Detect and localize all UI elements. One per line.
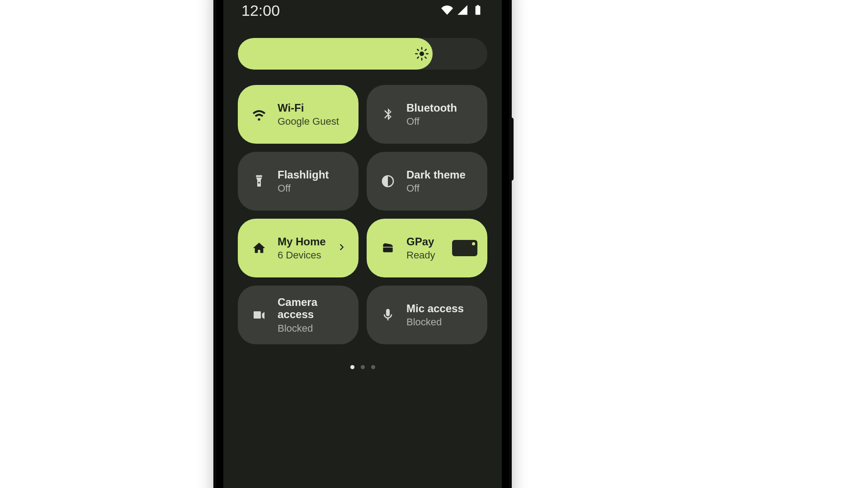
tile-sub: 6 Devices: [278, 249, 326, 261]
tile-title: Dark theme: [406, 169, 466, 181]
tile-bluetooth[interactable]: Bluetooth Off: [367, 85, 487, 144]
dark-theme-icon: [379, 173, 396, 190]
brightness-slider[interactable]: [238, 38, 487, 70]
tile-title: GPay: [406, 235, 435, 248]
wallet-icon: [379, 239, 396, 257]
tile-title: Mic access: [406, 302, 464, 315]
flashlight-icon: [250, 173, 268, 190]
tile-sub: Off: [406, 183, 466, 194]
tile-sub: Blocked: [406, 316, 464, 328]
tile-title: Bluetooth: [406, 102, 457, 114]
tile-title: My Home: [278, 235, 326, 248]
tile-sub: Ready: [406, 249, 435, 261]
page-dot[interactable]: [361, 365, 365, 369]
home-icon: [250, 239, 268, 257]
cell-signal-icon: [457, 2, 468, 19]
camera-icon: [250, 306, 268, 324]
phone-frame: Tue, May 18 12:00: [216, 0, 509, 488]
svg-point-0: [420, 52, 424, 56]
bluetooth-icon: [379, 106, 396, 123]
mic-icon: [379, 306, 396, 324]
tile-my-home[interactable]: My Home 6 Devices: [238, 219, 359, 277]
tile-title: Wi-Fi: [278, 102, 339, 114]
quick-settings-grid: Wi-Fi Google Guest Bluetooth Off: [238, 85, 487, 344]
page-dot[interactable]: [350, 365, 354, 369]
tile-sub: Off: [278, 183, 329, 194]
tile-sub: Off: [406, 116, 457, 127]
time-label: 12:00: [241, 2, 280, 19]
status-bar: 12:00: [241, 2, 484, 19]
tile-gpay[interactable]: GPay Ready: [367, 219, 487, 277]
tile-sub: Google Guest: [278, 116, 339, 127]
tile-dark-theme[interactable]: Dark theme Off: [367, 152, 487, 211]
brightness-icon: [415, 47, 429, 61]
tile-title: Flashlight: [278, 169, 329, 181]
page-dot[interactable]: [371, 365, 375, 369]
tile-wifi[interactable]: Wi-Fi Google Guest: [238, 85, 359, 144]
tile-mic-access[interactable]: Mic access Blocked: [367, 286, 487, 344]
battery-icon: [472, 2, 484, 19]
wifi-icon: [441, 2, 453, 19]
wifi-icon: [250, 106, 268, 123]
payment-card-icon: [452, 240, 477, 256]
chevron-right-icon: [337, 242, 347, 254]
page-indicator[interactable]: [223, 365, 502, 369]
tile-title: Camera access: [278, 296, 346, 321]
tile-sub: Blocked: [278, 323, 346, 334]
tile-camera-access[interactable]: Camera access Blocked: [238, 286, 359, 344]
tile-flashlight[interactable]: Flashlight Off: [238, 152, 359, 211]
phone-screen: Tue, May 18 12:00: [223, 0, 502, 488]
